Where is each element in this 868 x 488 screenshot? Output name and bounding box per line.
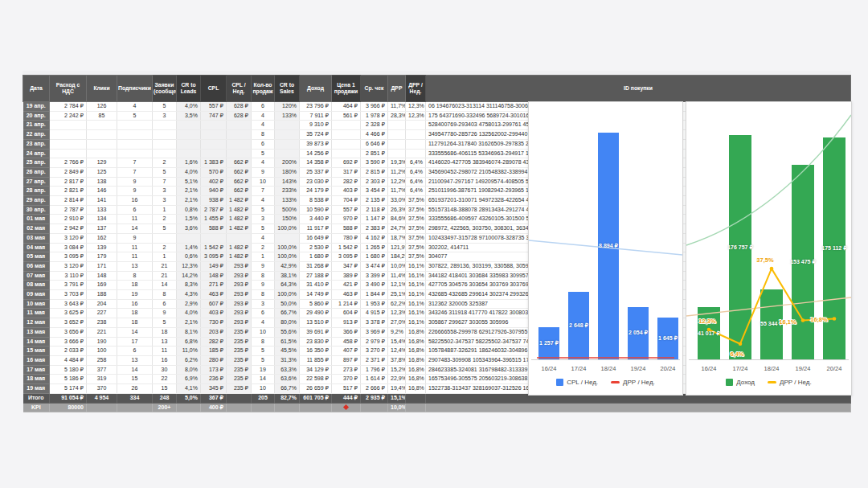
cell[interactable]: 15 [153, 384, 177, 394]
cell[interactable]: 2 666 ₽ [361, 384, 388, 394]
cell[interactable]: 16,1% [406, 271, 426, 281]
cell[interactable]: 12,3% [406, 102, 426, 112]
cell[interactable]: 4,0% [177, 167, 201, 177]
cell[interactable] [252, 403, 275, 412]
cell[interactable]: 21 [153, 271, 177, 281]
cell[interactable]: 704 ₽ [332, 196, 361, 206]
row-header[interactable]: 27 апр. [23, 177, 50, 187]
cell[interactable]: 14 749 ₽ [300, 290, 332, 300]
cell[interactable]: 133% [275, 111, 300, 121]
cell[interactable]: 12,3% [406, 111, 426, 121]
cell[interactable]: 4 162 ₽ [361, 233, 388, 243]
cell[interactable]: 13 510 ₽ [300, 318, 332, 328]
cell[interactable]: 14,2% [177, 271, 201, 281]
cell[interactable]: 2 815 ₽ [361, 167, 388, 177]
cell[interactable]: 100,0% [275, 252, 300, 262]
cell[interactable]: 1 542 ₽ [201, 243, 227, 252]
cell[interactable]: 4 [252, 111, 275, 121]
cell[interactable]: 100,0% [275, 290, 300, 300]
cell[interactable]: 8 [252, 271, 275, 281]
cell[interactable]: 148 ₽ [201, 271, 227, 281]
cell[interactable]: 6,4% [406, 158, 426, 168]
cell[interactable]: 2 942 ₽ [50, 224, 87, 234]
cell[interactable]: 143% [275, 177, 300, 187]
cell[interactable]: 6,2% [177, 355, 201, 365]
cell[interactable] [275, 139, 300, 149]
cell[interactable]: 5 [153, 318, 177, 328]
cell[interactable]: 3 095 ₽ [50, 252, 87, 262]
row-header[interactable]: 03 мая [23, 233, 50, 243]
cell[interactable]: 4 484 ₽ [50, 355, 87, 365]
cell[interactable] [177, 130, 201, 140]
cell[interactable]: 1 482 ₽ [227, 205, 252, 215]
cell[interactable]: 780 ₽ [332, 233, 361, 243]
cell[interactable]: 2 530 ₽ [300, 243, 332, 252]
cell[interactable]: 1 978 ₽ [361, 111, 388, 121]
cell[interactable]: 5 [252, 355, 275, 365]
cell[interactable]: 25 337 ₽ [300, 167, 332, 177]
cell[interactable]: 16,8% [406, 375, 426, 384]
cell[interactable] [50, 121, 87, 130]
cell[interactable]: 173 ₽ [201, 365, 227, 375]
cell[interactable]: 11 917 ₽ [300, 224, 332, 234]
cell[interactable]: 9 [252, 167, 275, 177]
column-header[interactable]: CR to Leads [177, 76, 201, 102]
cell[interactable]: 22,9% [388, 375, 406, 384]
cell[interactable]: 4,3% [177, 290, 201, 300]
cell[interactable]: 188 [87, 290, 117, 300]
cell[interactable]: 235 ₽ [227, 347, 252, 356]
cell[interactable]: 6,9% [177, 375, 201, 384]
cell[interactable]: 1 265 ₽ [361, 243, 388, 252]
cell[interactable]: 16,8% [406, 355, 426, 365]
cell[interactable]: 4 466 ₽ [361, 130, 388, 140]
cell[interactable] [117, 121, 153, 130]
cell[interactable]: 11 [153, 347, 177, 356]
cell[interactable]: 662 ₽ [227, 177, 252, 187]
cell[interactable]: 1 455 ₽ [201, 215, 227, 224]
cell[interactable]: 29 490 ₽ [300, 309, 332, 318]
cell[interactable] [388, 149, 406, 158]
cell[interactable]: 16 350 ₽ [300, 347, 332, 356]
cell[interactable]: 3 454 ₽ [361, 187, 388, 196]
cell[interactable]: 5,0% [177, 393, 201, 403]
cell[interactable]: 14 358 ₽ [300, 158, 332, 168]
cell[interactable] [201, 130, 227, 140]
cell[interactable]: 84,6% [388, 215, 406, 224]
cell[interactable]: 3 120 ₽ [50, 261, 87, 271]
cell[interactable]: 100 [87, 347, 117, 356]
cell[interactable]: 125 [87, 167, 117, 177]
cell[interactable]: 2 851 ₽ [361, 149, 388, 158]
cell[interactable]: 11,2% [388, 167, 406, 177]
cell[interactable]: 37,5% [406, 252, 426, 262]
cell[interactable]: 9 [117, 177, 153, 187]
cell[interactable]: 5 [117, 111, 153, 121]
cell[interactable]: 970 ₽ [332, 215, 361, 224]
cell[interactable]: 24,7% [388, 224, 406, 234]
row-header[interactable]: 10 мая [23, 299, 50, 309]
cell[interactable]: 238 [87, 318, 117, 328]
cell[interactable]: 6 [153, 299, 177, 309]
cell[interactable]: 280 ₽ [201, 355, 227, 365]
cell[interactable] [201, 121, 227, 130]
cell[interactable]: 11 855 ₽ [300, 355, 332, 365]
cell[interactable]: 10,0% [388, 261, 406, 271]
cell[interactable] [227, 130, 252, 140]
cell[interactable]: 588 ₽ [332, 224, 361, 234]
cell[interactable]: 9 [153, 309, 177, 318]
cell[interactable]: 16,1% [406, 261, 426, 271]
cell[interactable]: 11 [117, 243, 153, 252]
cell[interactable]: 23 830 ₽ [300, 337, 332, 347]
cell[interactable]: 282 ₽ [332, 177, 361, 187]
cell[interactable]: 6,4% [406, 177, 426, 187]
cell[interactable] [87, 149, 117, 158]
row-header[interactable]: 13 мая [23, 327, 50, 337]
cell[interactable]: 31,3% [275, 355, 300, 365]
cell[interactable]: 235 ₽ [227, 327, 252, 337]
cell[interactable]: 293 ₽ [227, 299, 252, 309]
cell[interactable]: 1 147 ₽ [361, 215, 388, 224]
row-header[interactable]: 07 мая [23, 271, 50, 281]
cell[interactable]: 913 ₽ [332, 318, 361, 328]
cell[interactable] [227, 149, 252, 158]
column-header[interactable]: Ср. чек [361, 76, 388, 102]
cell[interactable]: 4 954 [87, 393, 117, 403]
